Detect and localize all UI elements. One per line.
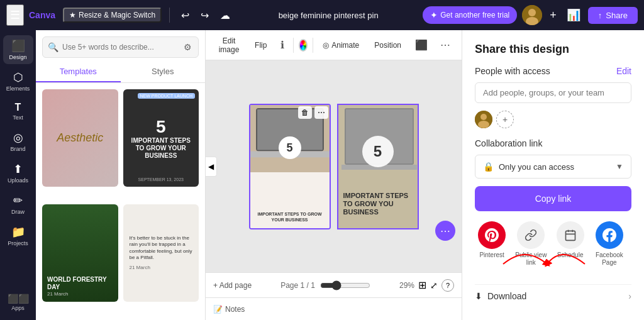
sidebar-label-brand: Brand	[10, 146, 25, 152]
forest-title: WORLD FORESTRY DAY	[47, 276, 113, 291]
sidebar-item-uploads[interactable]: ⬆ Uploads	[3, 158, 33, 187]
animate-icon: ◎	[323, 41, 329, 50]
main-area: ⬛ Design ⬡ Elements T Text ◎ Brand ⬆ Upl…	[0, 30, 644, 320]
sidebar-item-design[interactable]: ⬛ Design	[3, 35, 33, 64]
big-preview-number: 5	[362, 136, 394, 167]
brand-icon: ◎	[13, 131, 23, 145]
analytics-button[interactable]: 📊	[564, 6, 583, 25]
svg-point-1	[528, 9, 536, 16]
search-input[interactable]	[62, 43, 179, 52]
big-canvas-preview[interactable]: 5 IMPORTANT STEPS TO GROW YOU BUSINESS	[337, 104, 419, 229]
grid-view-button[interactable]: ⊞	[418, 279, 426, 291]
tab-styles[interactable]: Styles	[121, 62, 206, 82]
share-label: Share	[606, 11, 628, 20]
aesthetic-label: Aesthetic	[57, 131, 103, 145]
fullscreen-button[interactable]: ⤢	[430, 280, 438, 290]
elements-icon: ⬡	[13, 70, 23, 84]
topbar: ☰ Canva ★ Resize & Magic Switch ↩ ↪ ☁ be…	[0, 0, 644, 30]
position-button[interactable]: Position	[369, 38, 406, 52]
add-person-button[interactable]: +	[496, 111, 514, 128]
page-slider[interactable]	[320, 280, 370, 290]
sidebar-label-uploads: Uploads	[8, 177, 28, 184]
pattern-button[interactable]: ⬛	[411, 36, 431, 53]
notes-icon: 📝	[213, 305, 223, 314]
template-card-quote[interactable]: It's better to be stuck in the rain you'…	[123, 204, 199, 302]
cloud-save-button[interactable]: ☁	[216, 7, 234, 24]
zoom-control: 29% ⊞ ⤢ ?	[399, 279, 454, 292]
lock-icon: 🔒	[483, 162, 494, 172]
menu-icon[interactable]: ☰	[6, 4, 24, 26]
undo-button[interactable]: ↩	[177, 7, 193, 24]
edit-image-button[interactable]: Edit image	[213, 34, 245, 57]
info-button[interactable]: ℹ	[277, 36, 288, 53]
animate-button[interactable]: ◎ Animate	[318, 38, 364, 52]
redo-button[interactable]: ↪	[197, 7, 213, 24]
sidebar-label-elements: Elements	[6, 86, 30, 92]
sidebar-item-projects[interactable]: 📁 Projects	[3, 221, 33, 250]
app-logo: Canva	[29, 10, 55, 20]
filter-button[interactable]: ⚙	[182, 41, 193, 53]
add-people-input[interactable]	[475, 82, 631, 103]
card-text: IMPORTANT STEPS TO GROW YOUR BUSINESS	[130, 137, 193, 160]
share-button[interactable]: ↑ Share	[588, 7, 638, 24]
download-left: ⬇ Download	[475, 291, 526, 301]
more-options-button[interactable]: ⋯	[436, 36, 454, 53]
templates-grid: Aesthetic NEW PRODUCT LAUNCH 5 IMPORTANT…	[36, 83, 205, 320]
sidebar-label-design: Design	[9, 54, 26, 60]
user-avatar[interactable]	[522, 5, 542, 25]
uploads-icon: ⬆	[13, 162, 23, 176]
sidebar-label-draw: Draw	[11, 209, 25, 215]
sidebar-item-brand[interactable]: ◎ Brand	[3, 127, 33, 156]
canvas-card-text: IMPORTANT STEPS TO GROW YOUR BUSINESS	[255, 211, 325, 223]
sidebar-item-draw[interactable]: ✏ Draw	[3, 190, 33, 219]
color-picker[interactable]	[299, 39, 308, 52]
link-access-dropdown[interactable]: 🔒 Only you can access ▼	[475, 155, 631, 179]
svg-point-12	[480, 114, 487, 120]
card-date: SEPTEMBER 13, 2023	[138, 177, 184, 182]
document-title: beige feminine pinterest pin	[239, 11, 418, 20]
resize-magic-switch-button[interactable]: ★ Resize & Magic Switch	[63, 8, 162, 23]
help-button[interactable]: ?	[441, 279, 454, 292]
download-row[interactable]: ⬇ Download ›	[475, 284, 631, 307]
forest-date: 21 March	[47, 291, 113, 297]
canvas-card[interactable]: 5 IMPORTANT STEPS TO GROW YOUR BUSINESS	[249, 104, 331, 229]
canvas-bottom-bar: + Add page Page 1 / 1 29% ⊞ ⤢ ?	[206, 272, 462, 297]
collaboration-link-label: Collaboration link	[475, 138, 631, 148]
flip-button[interactable]: Flip	[250, 38, 272, 52]
canvas-wrapper: ◀	[206, 60, 462, 272]
projects-icon: 📁	[11, 225, 25, 239]
zoom-value: 29%	[399, 281, 414, 290]
floating-action-button[interactable]: ⋯	[435, 221, 455, 241]
people-access-row: People with access Edit	[475, 66, 631, 76]
quote-date: 21 March	[130, 265, 193, 270]
quote-text: It's better to be stuck in the rain you'…	[130, 235, 193, 262]
download-label: Download	[487, 291, 526, 301]
tab-templates[interactable]: Templates	[36, 62, 121, 82]
sidebar-item-elements[interactable]: ⬡ Elements	[3, 67, 33, 96]
draw-icon: ✏	[13, 194, 23, 207]
delete-card-button[interactable]: 🗑	[298, 106, 312, 119]
canvas-card-wrapper: 5 IMPORTANT STEPS TO GROW YOUR BUSINESS …	[249, 104, 331, 229]
copy-link-button[interactable]: Copy link	[475, 186, 631, 211]
sidebar-item-apps[interactable]: ⬛⬛ Apps	[3, 290, 33, 315]
edit-access-link[interactable]: Edit	[616, 66, 631, 76]
template-card-forest[interactable]: WORLD FORESTRY DAY 21 March	[42, 204, 118, 302]
notes-button[interactable]: 📝 Notes	[213, 305, 245, 314]
canvas-card-actions: 🗑 ⋯	[298, 106, 328, 119]
collapse-panel-button[interactable]: ◀	[206, 157, 217, 177]
more-card-button[interactable]: ⋯	[314, 106, 328, 119]
canvas-step-number: 5	[279, 136, 301, 159]
star-icon: ★	[69, 11, 76, 19]
add-page-button[interactable]: + Add page	[213, 281, 252, 290]
download-icon: ⬇	[475, 291, 482, 301]
filename-label: Resize & Magic Switch	[79, 11, 155, 19]
toolbar-divider-1	[293, 38, 294, 53]
free-trial-label: Get another free trial	[440, 11, 509, 19]
arrows-container	[475, 277, 631, 282]
template-card-steps[interactable]: NEW PRODUCT LAUNCH 5 IMPORTANT STEPS TO …	[123, 89, 199, 187]
add-collaborator-button[interactable]: +	[547, 6, 559, 25]
free-trial-button[interactable]: ✦ Get another free trial	[423, 6, 517, 24]
sidebar-label-text: Text	[13, 114, 23, 121]
template-card-aesthetic[interactable]: Aesthetic	[42, 89, 118, 187]
sidebar-item-text[interactable]: T Text	[3, 98, 33, 124]
